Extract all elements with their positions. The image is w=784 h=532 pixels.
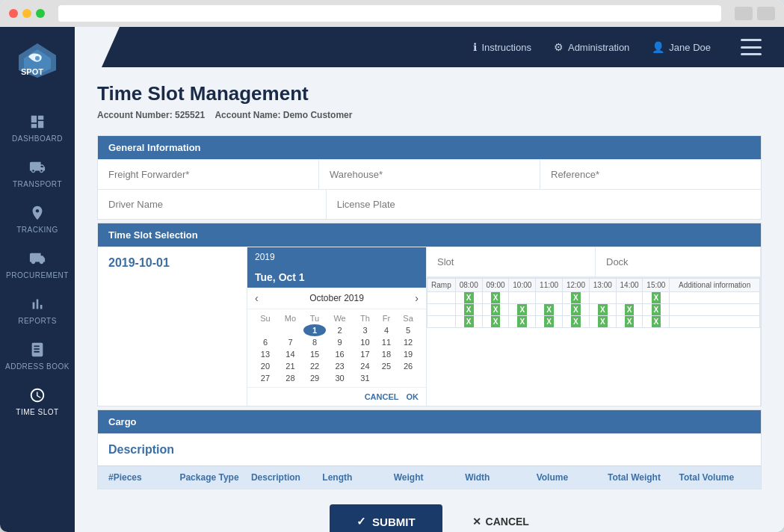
slot-x[interactable]: X <box>517 304 527 315</box>
calendar-day[interactable]: 3 <box>354 324 377 336</box>
slot-x[interactable]: X <box>598 304 608 315</box>
calendar-day[interactable]: 17 <box>354 348 377 360</box>
nav-administration[interactable]: ⚙ Administration <box>554 41 629 53</box>
calendar-day[interactable]: 12 <box>396 336 420 348</box>
slot-x[interactable]: X <box>571 304 581 315</box>
calendar-prev-btn[interactable]: ‹ <box>255 292 259 304</box>
slot-x[interactable]: X <box>491 292 501 303</box>
sidebar-item-tracking[interactable]: Tracking <box>0 196 75 241</box>
sidebar-item-reports[interactable]: Reports <box>0 287 75 332</box>
slot-cell-r2-c5[interactable]: X <box>589 316 616 328</box>
slot-x[interactable]: X <box>464 316 474 327</box>
slot-x[interactable]: X <box>652 292 661 303</box>
calendar-day[interactable]: 21 <box>277 360 303 372</box>
calendar-day[interactable]: 2 <box>326 324 354 336</box>
calendar-day[interactable]: 22 <box>303 360 326 372</box>
sidebar-item-procurement[interactable]: Procurement <box>0 241 75 287</box>
calendar-day[interactable]: 18 <box>377 348 396 360</box>
sidebar-item-transport[interactable]: Transport <box>0 150 75 196</box>
sidebar-item-dashboard[interactable]: Dashboard <box>0 105 75 150</box>
slot-cell-r1-c1[interactable]: X <box>482 304 509 316</box>
calendar-day[interactable]: 7 <box>277 336 303 348</box>
browser-address-bar[interactable] <box>58 5 721 22</box>
slot-cell-r1-c2[interactable]: X <box>509 304 536 316</box>
slot-x[interactable]: X <box>571 292 581 303</box>
x-icon: ✕ <box>472 516 481 528</box>
calendar-cancel-btn[interactable]: CANCEL <box>365 392 399 401</box>
slot-cell-r0-c1[interactable]: X <box>482 292 509 304</box>
calendar-day[interactable]: 14 <box>277 348 303 360</box>
sidebar-item-timeslot[interactable]: Time Slot <box>0 378 75 424</box>
sidebar-item-address-book[interactable]: Address Book <box>0 332 75 378</box>
warehouse-cell[interactable]: Warehouse* <box>319 160 540 189</box>
slot-cell-r0-c7[interactable]: X <box>643 292 670 304</box>
slot-x[interactable]: X <box>598 316 608 327</box>
calendar-day[interactable]: 5 <box>396 324 420 336</box>
slot-x[interactable]: X <box>517 316 527 327</box>
calendar-day[interactable]: 13 <box>253 348 277 360</box>
calendar-day[interactable]: 31 <box>354 372 377 384</box>
driver-name-cell[interactable]: Driver Name <box>98 190 327 219</box>
nav-user[interactable]: 👤 Jane Doe <box>652 41 711 53</box>
slot-cell-r0-c4[interactable]: X <box>563 292 590 304</box>
slot-cell-r1-c0[interactable]: X <box>455 304 482 316</box>
calendar-next-btn[interactable]: › <box>415 292 419 304</box>
freight-forwarder-cell[interactable]: Freight Forwarder* <box>98 160 319 189</box>
slot-cell-r1-c7[interactable]: X <box>643 304 670 316</box>
slot-x[interactable]: X <box>652 316 661 327</box>
slot-x[interactable]: X <box>544 316 554 327</box>
general-info-row-2: Driver Name License Plate <box>98 189 761 219</box>
calendar-day[interactable]: 23 <box>326 360 354 372</box>
slot-cell-r1-c3[interactable]: X <box>536 304 563 316</box>
hamburger-button[interactable] <box>741 39 762 55</box>
slot-x[interactable]: X <box>625 316 635 327</box>
calendar-day[interactable]: 28 <box>277 372 303 384</box>
slot-x[interactable]: X <box>571 316 581 327</box>
calendar-day[interactable]: 25 <box>377 360 396 372</box>
slot-x[interactable]: X <box>491 304 501 315</box>
license-plate-cell[interactable]: License Plate <box>327 190 761 219</box>
timeslot-date-cell: 2019-10-01 <box>98 247 247 406</box>
slot-cell-r0-c0[interactable]: X <box>455 292 482 304</box>
nav-instructions[interactable]: ℹ Instructions <box>473 41 531 53</box>
slot-label-cell: Slot <box>427 247 596 276</box>
calendar-day[interactable]: 1 <box>303 324 326 336</box>
calendar-day[interactable]: 19 <box>396 348 420 360</box>
calendar-day[interactable]: 11 <box>377 336 396 348</box>
submit-button[interactable]: ✓ SUBMIT <box>330 504 442 532</box>
calendar-day[interactable]: 29 <box>303 372 326 384</box>
calendar-day[interactable]: 27 <box>253 372 277 384</box>
slot-cell-r2-c1[interactable]: X <box>482 316 509 328</box>
calendar-day[interactable]: 8 <box>303 336 326 348</box>
slot-x[interactable]: X <box>464 304 474 315</box>
slot-x[interactable]: X <box>464 292 474 303</box>
calendar-day[interactable]: 24 <box>354 360 377 372</box>
calendar-day[interactable]: 4 <box>377 324 396 336</box>
slot-cell-r2-c2[interactable]: X <box>509 316 536 328</box>
calendar-day[interactable]: 30 <box>326 372 354 384</box>
slot-x[interactable]: X <box>625 304 635 315</box>
reference-cell[interactable]: Reference* <box>540 160 761 189</box>
slot-cell-r2-c0[interactable]: X <box>455 316 482 328</box>
slot-x[interactable]: X <box>491 316 501 327</box>
calendar-day[interactable]: 9 <box>326 336 354 348</box>
calendar-day[interactable]: 6 <box>253 336 277 348</box>
slot-cell-r1-c5[interactable]: X <box>589 304 616 316</box>
slot-cell-r2-c6[interactable]: X <box>616 316 643 328</box>
slot-cell-r2-c3[interactable]: X <box>536 316 563 328</box>
slot-cell-r1-c6[interactable]: X <box>616 304 643 316</box>
calendar-day[interactable]: 26 <box>396 360 420 372</box>
slot-x[interactable]: X <box>544 304 554 315</box>
calendar-day[interactable]: 20 <box>253 360 277 372</box>
slot-cell-r2-c7[interactable]: X <box>643 316 670 328</box>
calendar-day[interactable]: 10 <box>354 336 377 348</box>
slot-x[interactable]: X <box>652 304 661 315</box>
cancel-button[interactable]: ✕ CANCEL <box>472 516 529 528</box>
slot-grid-row-2: XXXXXXXX <box>428 316 760 328</box>
slot-cell-r1-c4[interactable]: X <box>563 304 590 316</box>
calendar-day[interactable]: 16 <box>326 348 354 360</box>
calendar-ok-btn[interactable]: OK <box>407 392 419 401</box>
calendar-day[interactable]: 15 <box>303 348 326 360</box>
slot-cell-r2-c4[interactable]: X <box>563 316 590 328</box>
calendar-month-year: October 2019 <box>309 293 364 303</box>
